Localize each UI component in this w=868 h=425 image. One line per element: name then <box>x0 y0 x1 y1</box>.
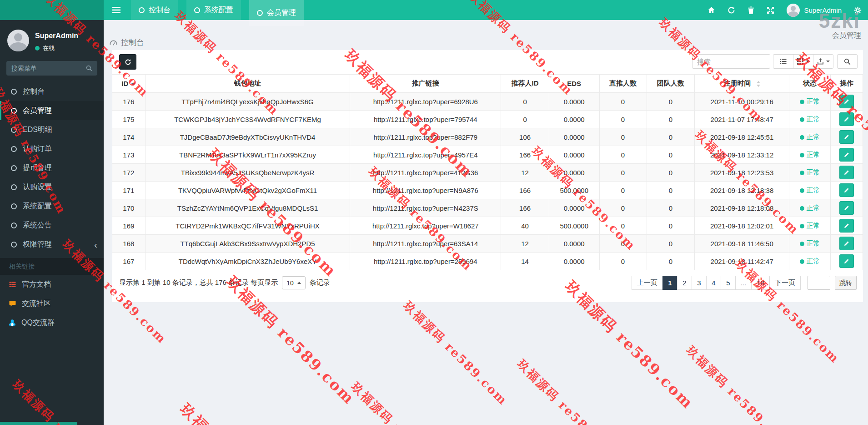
page-button-4[interactable]: 4 <box>706 276 721 290</box>
sidebar-link-official-docs[interactable]: 官方文档 <box>0 275 104 294</box>
sidebar-item-subscription-settings[interactable]: 认购设置 <box>0 177 104 197</box>
cell-action <box>830 235 863 253</box>
status-dot-icon <box>800 135 804 140</box>
edit-button[interactable] <box>839 112 854 126</box>
cell-direct: 0 <box>599 217 647 235</box>
cell-direct: 0 <box>599 164 647 182</box>
table-refresh-button[interactable] <box>119 54 136 70</box>
cell-ref-id: 0 <box>501 111 549 128</box>
edit-button[interactable] <box>839 183 854 197</box>
watermark-text: 玖福源码 re589.com <box>514 356 624 425</box>
tab-member-management[interactable]: 会员管理 <box>249 0 304 26</box>
refresh-button[interactable] <box>728 6 735 14</box>
status-dot-icon <box>800 100 804 104</box>
tab-system-config[interactable]: 系统配置 <box>186 0 241 20</box>
status-dot-icon <box>800 117 804 122</box>
sidebar-item-system-announcement[interactable]: 系统公告 <box>0 216 104 235</box>
sidebar-item-member-management[interactable]: 会员管理 <box>0 101 104 120</box>
edit-button[interactable] <box>839 219 854 233</box>
tab-console[interactable]: 控制台 <box>131 0 178 20</box>
cell-link: http://1211.rglxc.top?uper=N9A876 <box>350 182 501 199</box>
user-menu[interactable]: SuperAdmin <box>787 4 842 17</box>
page-button-2[interactable]: 2 <box>677 276 692 290</box>
page-title: 控制台 <box>121 37 144 48</box>
cell-action <box>830 93 863 111</box>
sidebar-link-community[interactable]: 交流社区 <box>0 294 104 313</box>
edit-button[interactable] <box>839 254 854 268</box>
cell-wallet: TJDgeCBaaD7Jt9eBdyXTbCisvyUKnTHVD4 <box>145 128 350 146</box>
next-page-button[interactable]: 下一页 <box>769 276 801 290</box>
cell-reg-time: 2021-09-18 11:46:50 <box>695 235 789 253</box>
cell-status: 正常 <box>789 253 831 270</box>
breadcrumb-current: 会员管理 <box>832 31 861 40</box>
sidebar-item-subscription-orders[interactable]: 认购订单 <box>0 139 104 158</box>
cell-wallet: TTq6bCGujLAkb3CBx9SsxtrwVypXDH2PD5 <box>145 235 350 253</box>
sidebar-item-console[interactable]: 控制台 <box>0 82 104 101</box>
page-button-1[interactable]: 1 <box>662 276 677 290</box>
sidebar: SuperAdmin 在线 控制台 会员管理 EDS明细 认购订单 <box>0 20 104 425</box>
edit-button[interactable] <box>839 201 854 215</box>
column-header-reg-time[interactable]: 注册时间 <box>695 75 789 93</box>
table-search-input[interactable] <box>692 54 770 69</box>
sidebar-link-qq-group[interactable]: QQ交流群 <box>0 313 104 332</box>
page-button-3[interactable]: 3 <box>692 276 707 290</box>
members-table: ID 钱包地址 推广链接 推荐人ID EDS 直推人数 团队人数 注册时间 状态… <box>112 74 863 270</box>
cell-eds: 0.0000 <box>549 146 599 164</box>
cell-link: http://1211.rglxc.top?uper=882F79 <box>350 128 501 146</box>
cell-direct: 0 <box>599 146 647 164</box>
table-row: 174 TJDgeCBaaD7Jt9eBdyXTbCisvyUKnTHVD4 h… <box>112 128 863 146</box>
table-row: 169 TCtRYD2Pmk1WKBxQC7ifFV31WNYxRPUiHX h… <box>112 217 863 235</box>
column-header-id[interactable]: ID <box>112 75 146 93</box>
cell-id: 176 <box>112 93 146 111</box>
online-status-label: 在线 <box>43 44 55 52</box>
export-dropdown-button[interactable] <box>813 54 833 69</box>
fullscreen-button[interactable] <box>767 6 774 14</box>
toggle-search-button[interactable] <box>837 54 858 69</box>
cell-reg-time: 2021-09-18 12:02:01 <box>695 217 789 235</box>
edit-button[interactable] <box>839 166 854 179</box>
edit-button[interactable] <box>839 130 854 144</box>
sidebar-bottom-bar <box>0 422 77 425</box>
cell-action <box>830 111 863 128</box>
cell-team: 0 <box>647 217 695 235</box>
search-icon <box>844 58 851 65</box>
search-icon <box>86 65 92 71</box>
column-header-action: 操作 <box>830 75 863 93</box>
circle-icon <box>194 7 200 13</box>
cell-status: 正常 <box>789 93 831 111</box>
cell-status: 正常 <box>789 128 831 146</box>
cell-wallet: TKVQQpiuVARWpfvvPtNGtQkv2gXGoFmX11 <box>145 182 350 199</box>
page-button-5[interactable]: 5 <box>721 276 736 290</box>
tab-label: 系统配置 <box>204 5 233 15</box>
columns-dropdown-button[interactable] <box>793 54 813 69</box>
sidebar-link-label: QQ交流群 <box>21 318 55 328</box>
sidebar-item-permission-management[interactable]: 权限管理 ‹ <box>0 235 104 254</box>
cell-reg-time: 2021-09-18 12:33:12 <box>695 146 789 164</box>
sidebar-item-withdrawal-management[interactable]: 提币管理 <box>0 158 104 177</box>
trash-button[interactable] <box>748 6 754 14</box>
circle-icon <box>139 7 145 13</box>
home-button[interactable] <box>707 6 715 14</box>
gear-button[interactable] <box>854 6 862 14</box>
jump-page-input[interactable] <box>808 276 830 290</box>
cell-team: 0 <box>647 93 695 111</box>
cell-link: http://1211.rglxc.top?uper=N4237S <box>350 199 501 217</box>
status-dot-icon <box>800 224 804 228</box>
paging-toggle-button[interactable] <box>773 54 793 69</box>
cell-reg-time: 2021-09-18 12:23:53 <box>695 164 789 182</box>
page-size-dropdown[interactable]: 10 <box>282 276 306 289</box>
cell-ref-id: 166 <box>501 182 549 199</box>
cell-eds: 0.0000 <box>549 235 599 253</box>
sidebar-toggle-button[interactable] <box>104 0 129 20</box>
page-button-18[interactable]: 18 <box>751 276 770 290</box>
edit-button[interactable] <box>839 237 854 250</box>
sidebar-item-system-config[interactable]: 系统配置 <box>0 197 104 216</box>
prev-page-button[interactable]: 上一页 <box>632 276 663 290</box>
cell-wallet: TDdcWqtVhXyAmkDpiCnX3ZhJeUb9Y6xeXY <box>145 253 350 270</box>
edit-button[interactable] <box>839 95 854 108</box>
edit-button[interactable] <box>839 148 854 162</box>
sidebar-item-label: 控制台 <box>23 87 45 96</box>
sidebar-item-eds-detail[interactable]: EDS明细 <box>0 120 104 139</box>
jump-button[interactable]: 跳转 <box>835 276 857 290</box>
sidebar-search-input[interactable] <box>11 65 83 72</box>
